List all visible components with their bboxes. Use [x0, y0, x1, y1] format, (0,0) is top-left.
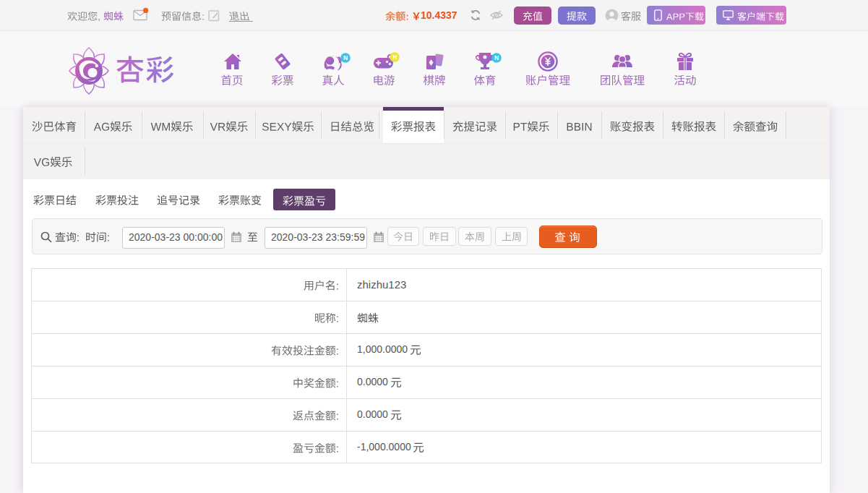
svg-text:N: N	[494, 54, 499, 61]
svg-text:N: N	[343, 54, 348, 61]
svg-text:H: H	[392, 53, 397, 61]
